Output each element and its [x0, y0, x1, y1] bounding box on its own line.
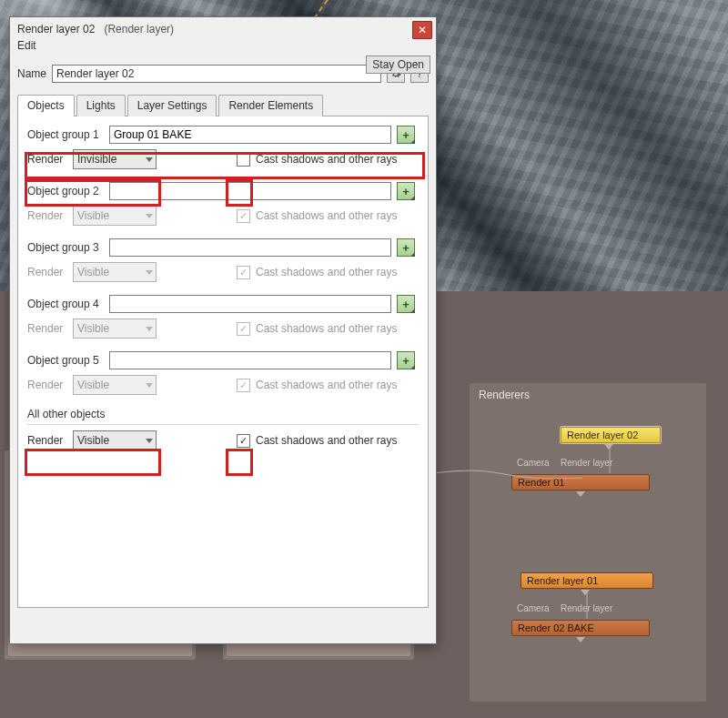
object-group-1-cast-label: Cast shadows and other rays: [256, 153, 397, 166]
tab-objects-panel: Object group 1 + Render Invisible Cast s…: [17, 116, 429, 608]
object-group-1-render-label: Render: [27, 153, 67, 166]
object-group-2-add-button[interactable]: +: [397, 182, 415, 200]
tab-objects[interactable]: Objects: [17, 95, 75, 116]
all-other-render-label: Render: [27, 434, 67, 447]
object-group-3-render-label: Render: [27, 266, 67, 278]
node-render-layer-01[interactable]: Render layer 01: [521, 572, 653, 589]
object-group-5-render-label: Render: [27, 379, 67, 391]
port-label-renderlayer: Render layer: [561, 603, 612, 613]
object-group-4-cast-label: Cast shadows and other rays: [256, 322, 397, 335]
chevron-down-icon: [146, 270, 153, 275]
object-group-1-add-button[interactable]: +: [397, 126, 415, 144]
object-group-1-input[interactable]: [109, 126, 391, 144]
node-render-layer-02[interactable]: Render layer 02: [561, 427, 661, 443]
menu-edit[interactable]: Edit: [10, 35, 436, 56]
node-render-02-bake[interactable]: Render 02 BAKE: [511, 620, 650, 636]
all-other-render-select[interactable]: Visible: [73, 430, 157, 450]
object-group-1-label: Object group 1: [27, 128, 104, 141]
object-group-3-cast-label: Cast shadows and other rays: [256, 266, 397, 278]
dialog-title: Render layer 02: [17, 23, 95, 35]
dialog-titlebar[interactable]: Render layer 02 (Render layer) ✕: [10, 17, 436, 35]
object-group-2-cast-checkbox: [237, 209, 250, 223]
port-label-camera: Camera: [517, 603, 550, 613]
node-render-01[interactable]: Render 01: [511, 474, 650, 490]
all-other-cast-checkbox[interactable]: [237, 434, 250, 448]
object-group-4-render-select: Visible: [73, 319, 157, 339]
all-other-cast-label: Cast shadows and other rays: [256, 434, 397, 447]
object-group-1-render-select[interactable]: Invisible: [73, 149, 157, 169]
object-group-5-input[interactable]: [109, 351, 391, 369]
tab-render-elements[interactable]: Render Elements: [218, 95, 323, 116]
render-layer-dialog: Render layer 02 (Render layer) ✕ Edit St…: [9, 16, 437, 644]
object-group-2-render-label: Render: [27, 209, 67, 222]
object-group-5-cast-label: Cast shadows and other rays: [256, 379, 397, 391]
renderers-node-box[interactable]: Renderers Render layer 02 Camera Render …: [469, 382, 707, 703]
all-other-objects-label: All other objects: [27, 408, 419, 420]
object-group-4-cast-checkbox: [237, 322, 250, 336]
port-label-renderlayer: Render layer: [561, 458, 612, 468]
object-group-3-cast-checkbox: [237, 266, 250, 279]
object-group-5-render-select: Visible: [73, 375, 157, 395]
close-button[interactable]: ✕: [412, 21, 432, 39]
object-group-2-render-select: Visible: [73, 206, 157, 226]
chevron-down-icon: [146, 214, 153, 218]
object-group-3-render-select: Visible: [73, 262, 157, 282]
tab-layer-settings[interactable]: Layer Settings: [127, 95, 217, 116]
object-group-5-cast-checkbox: [237, 379, 250, 392]
object-group-3-input[interactable]: [109, 238, 391, 257]
chevron-down-icon: [146, 157, 153, 162]
renderers-box-title: Renderers: [479, 389, 530, 401]
object-group-4-render-label: Render: [27, 322, 67, 335]
chevron-down-icon: [146, 439, 153, 443]
dialog-subtitle: (Render layer): [104, 23, 174, 35]
stay-open-button[interactable]: Stay Open: [366, 56, 430, 74]
object-group-3-add-button[interactable]: +: [397, 238, 415, 257]
port-label-camera: Camera: [517, 458, 550, 468]
object-group-4-label: Object group 4: [27, 298, 104, 310]
object-group-4-input[interactable]: [109, 295, 391, 313]
chevron-down-icon: [146, 327, 153, 331]
object-group-5-label: Object group 5: [27, 354, 104, 367]
object-group-2-cast-label: Cast shadows and other rays: [256, 209, 397, 222]
name-label: Name: [17, 67, 46, 80]
object-group-4-add-button[interactable]: +: [397, 295, 415, 313]
chevron-down-icon: [146, 383, 153, 388]
object-group-2-input[interactable]: [109, 182, 391, 200]
object-group-1-cast-checkbox[interactable]: [237, 153, 250, 167]
object-group-3-label: Object group 3: [27, 241, 104, 254]
tab-lights[interactable]: Lights: [76, 95, 126, 116]
object-group-2-label: Object group 2: [27, 185, 104, 197]
name-input[interactable]: [52, 65, 381, 83]
object-group-5-add-button[interactable]: +: [397, 351, 415, 369]
tab-bar: Objects Lights Layer Settings Render Ele…: [17, 94, 429, 116]
